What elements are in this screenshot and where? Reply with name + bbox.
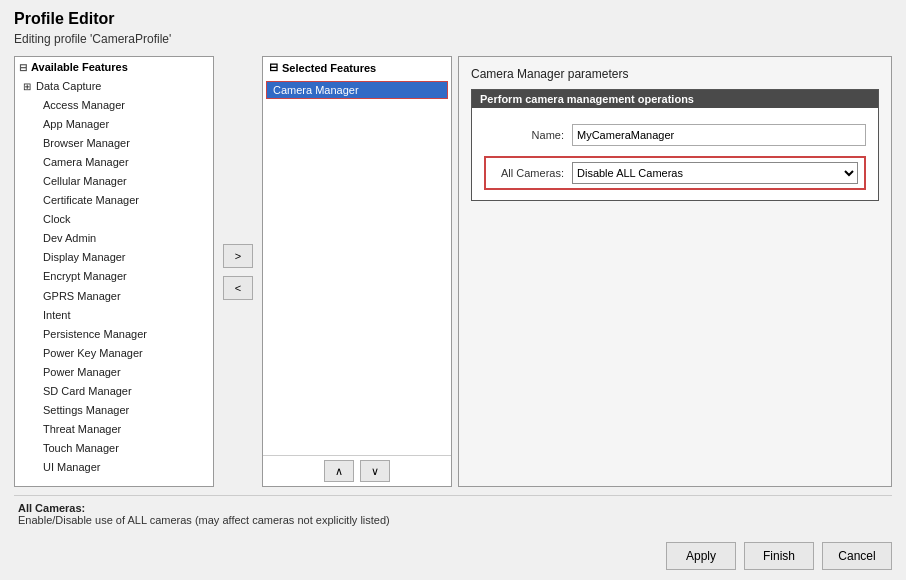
list-item[interactable]: Certificate Manager — [19, 191, 209, 210]
list-item[interactable]: Access Manager — [19, 96, 209, 115]
expand-icon: ⊞ — [23, 81, 31, 92]
list-item[interactable]: App Manager — [19, 115, 209, 134]
main-content: ⊟ Available Features ⊞ Data Capture Acce… — [14, 56, 892, 487]
list-item[interactable]: Threat Manager — [19, 420, 209, 439]
list-item[interactable]: Camera Manager — [19, 153, 209, 172]
list-item[interactable]: Intent — [19, 306, 209, 325]
name-field-row: Name: — [484, 124, 866, 146]
minus-icon: ⊟ — [19, 62, 27, 73]
selected-panel-footer: ∧ ∨ — [263, 455, 451, 486]
transfer-buttons: > < — [220, 56, 256, 487]
selected-features-panel: ⊟ Selected Features Camera Manager ∧ ∨ — [262, 56, 452, 487]
minus-icon-selected: ⊟ — [269, 61, 278, 74]
available-features-list: ⊞ Data Capture Access Manager App Manage… — [19, 77, 209, 482]
list-item[interactable]: Settings Manager — [19, 401, 209, 420]
params-box-header: Perform camera management operations — [472, 90, 878, 108]
apply-button[interactable]: Apply — [666, 542, 736, 570]
list-item[interactable]: USB Manager — [19, 477, 209, 482]
list-item[interactable]: Touch Manager — [19, 439, 209, 458]
info-bar-title: All Cameras: — [18, 502, 888, 514]
profile-editor-dialog: Profile Editor Editing profile 'CameraPr… — [0, 0, 906, 580]
add-feature-button[interactable]: > — [223, 244, 253, 268]
list-item[interactable]: Power Key Manager — [19, 344, 209, 363]
parameters-panel: Camera Manager parameters Perform camera… — [458, 56, 892, 487]
available-features-header: ⊟ Available Features — [19, 61, 209, 73]
footer-buttons: Apply Finish Cancel — [14, 536, 892, 570]
list-item[interactable]: Display Manager — [19, 248, 209, 267]
list-item[interactable]: SD Card Manager — [19, 382, 209, 401]
list-item[interactable]: GPRS Manager — [19, 287, 209, 306]
all-cameras-row: All Cameras: Disable ALL Cameras Enable … — [484, 156, 866, 190]
list-item[interactable]: Dev Admin — [19, 229, 209, 248]
remove-feature-button[interactable]: < — [223, 276, 253, 300]
name-input[interactable] — [572, 124, 866, 146]
list-item[interactable]: Cellular Manager — [19, 172, 209, 191]
list-item[interactable]: Persistence Manager — [19, 325, 209, 344]
all-cameras-select[interactable]: Disable ALL Cameras Enable ALL Cameras D… — [572, 162, 858, 184]
tree-group-data-capture[interactable]: ⊞ Data Capture — [19, 77, 209, 96]
params-box: Perform camera management operations Nam… — [471, 89, 879, 201]
list-item[interactable]: UI Manager — [19, 458, 209, 477]
selected-item-camera-manager[interactable]: Camera Manager — [266, 81, 448, 99]
name-label: Name: — [484, 129, 564, 141]
dialog-title: Profile Editor — [14, 10, 892, 28]
finish-button[interactable]: Finish — [744, 542, 814, 570]
list-item[interactable]: Power Manager — [19, 363, 209, 382]
list-item[interactable]: Browser Manager — [19, 134, 209, 153]
selected-features-header: ⊟ Selected Features — [263, 57, 451, 78]
cancel-button[interactable]: Cancel — [822, 542, 892, 570]
all-cameras-label: All Cameras: — [492, 167, 564, 179]
list-item[interactable]: Clock — [19, 210, 209, 229]
params-title: Camera Manager parameters — [471, 67, 879, 81]
available-features-panel: ⊟ Available Features ⊞ Data Capture Acce… — [14, 56, 214, 487]
dialog-subtitle: Editing profile 'CameraProfile' — [14, 32, 892, 46]
info-bar: All Cameras: Enable/Disable use of ALL c… — [14, 495, 892, 528]
info-bar-text: Enable/Disable use of ALL cameras (may a… — [18, 514, 888, 526]
list-item[interactable]: Encrypt Manager — [19, 267, 209, 286]
move-up-button[interactable]: ∧ — [324, 460, 354, 482]
selected-features-list: Camera Manager — [263, 78, 451, 455]
move-down-button[interactable]: ∨ — [360, 460, 390, 482]
